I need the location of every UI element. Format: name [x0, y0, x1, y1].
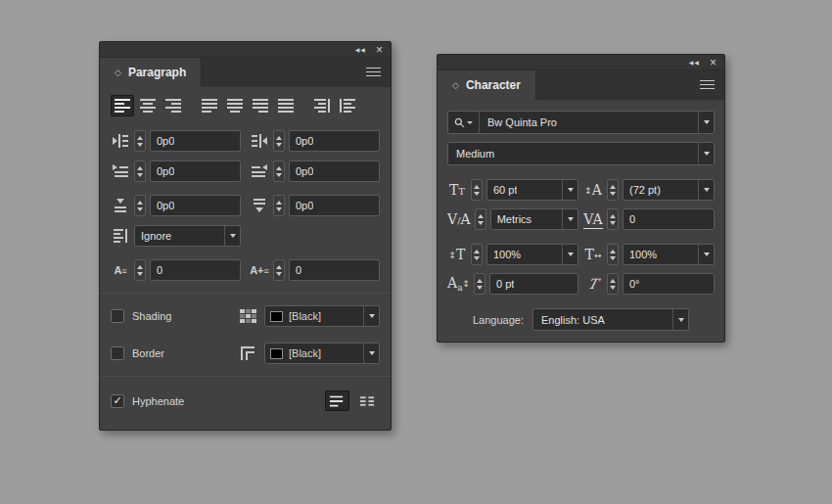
- font-family-dropdown[interactable]: Bw Quinta Pro: [447, 111, 715, 134]
- chevron-down-icon[interactable]: [698, 112, 714, 133]
- space-after-field[interactable]: 0p0: [289, 195, 380, 216]
- align-right-button[interactable]: [162, 95, 185, 116]
- language-dropdown[interactable]: English: USA: [532, 308, 689, 331]
- rtl-paragraph-direction-button[interactable]: [355, 390, 380, 411]
- chevron-down-icon[interactable]: [363, 344, 379, 363]
- paragraph-tab-bar: ◇ Paragraph: [100, 58, 391, 87]
- font-size-stepper[interactable]: [471, 179, 483, 201]
- space-after-stepper[interactable]: [273, 195, 285, 216]
- collapse-panel-icon[interactable]: ◀◀: [689, 59, 700, 66]
- align-left-icon: [115, 99, 130, 113]
- last-line-indent-stepper[interactable]: [273, 160, 285, 182]
- justify-all-button[interactable]: [274, 95, 298, 116]
- justify-last-right-button[interactable]: [249, 95, 272, 116]
- shading-color-dropdown[interactable]: [Black]: [264, 305, 380, 327]
- left-indent-stepper[interactable]: [134, 130, 146, 152]
- first-line-indent-field[interactable]: 0p0: [150, 160, 241, 182]
- align-away-from-spine-icon: [340, 99, 355, 113]
- drop-cap-lines-stepper[interactable]: [134, 259, 146, 281]
- tracking-stepper[interactable]: [607, 208, 619, 230]
- leading-stepper[interactable]: [607, 179, 619, 201]
- close-panel-icon[interactable]: ×: [376, 44, 383, 56]
- shading-color-value: [Black]: [289, 310, 321, 322]
- border-color-dropdown[interactable]: [Black]: [264, 343, 380, 364]
- drop-cap-characters-field[interactable]: 0: [289, 259, 380, 281]
- chevron-down-icon[interactable]: [562, 245, 578, 264]
- right-indent-control: 0p0: [250, 130, 380, 152]
- chevron-down-icon[interactable]: [698, 143, 714, 164]
- drop-cap-row: A≡ 0 A+≡ 0: [111, 259, 380, 281]
- character-panel-body: Bw Quinta Pro Medium TT 60 pt ↕A: [438, 100, 724, 342]
- chevron-down-icon[interactable]: [363, 306, 379, 326]
- lines-icon: [330, 395, 345, 407]
- chevron-down-icon[interactable]: [224, 226, 240, 246]
- drop-cap-lines-field[interactable]: 0: [150, 259, 241, 281]
- horizontal-scale-control: T↔ 100%: [583, 244, 715, 265]
- panel-menu-icon[interactable]: [700, 80, 715, 90]
- chevron-down-icon: [467, 121, 473, 124]
- horizontal-scale-dropdown[interactable]: 100%: [623, 244, 715, 265]
- empty-cell: [250, 225, 380, 247]
- font-size-value: 60 pt: [493, 184, 517, 196]
- close-panel-icon[interactable]: ×: [710, 57, 716, 69]
- baseline-shift-value: 0 pt: [496, 278, 514, 290]
- border-checkbox[interactable]: [111, 346, 124, 360]
- shading-checkbox[interactable]: [111, 309, 124, 323]
- justify-all-icon: [278, 99, 294, 113]
- tab-character[interactable]: ◇ Character: [438, 70, 536, 100]
- panel-menu-icon[interactable]: [366, 68, 381, 77]
- align-away-from-spine-button[interactable]: [336, 95, 359, 116]
- border-corner-icon: [239, 345, 258, 361]
- left-indent-field[interactable]: 0p0: [150, 130, 241, 152]
- space-before-field[interactable]: 0p0: [150, 195, 241, 216]
- first-line-indent-icon: [111, 163, 130, 179]
- first-line-indent-stepper[interactable]: [134, 160, 146, 182]
- last-line-indent-field[interactable]: 0p0: [289, 160, 380, 182]
- font-search-segment[interactable]: [448, 112, 480, 133]
- search-icon: [454, 117, 465, 128]
- align-left-button[interactable]: [111, 95, 134, 116]
- font-style-dropdown[interactable]: Medium: [447, 142, 715, 165]
- left-indent-icon: [111, 133, 130, 149]
- leading-dropdown[interactable]: (72 pt): [623, 179, 715, 201]
- skew-field[interactable]: 0°: [623, 273, 715, 295]
- language-label: Language:: [473, 314, 524, 326]
- chevron-down-icon[interactable]: [562, 209, 578, 229]
- chevron-down-icon[interactable]: [672, 309, 688, 330]
- character-panel-title: Character: [466, 78, 521, 92]
- space-between-same-style-dropdown[interactable]: Ignore: [134, 225, 241, 247]
- align-center-button[interactable]: [136, 95, 160, 116]
- chevron-down-icon[interactable]: [562, 180, 578, 200]
- size-leading-row: TT 60 pt ↕A (72 pt): [447, 179, 715, 201]
- justify-last-center-button[interactable]: [223, 95, 247, 116]
- tab-paragraph[interactable]: ◇ Paragraph: [100, 58, 202, 87]
- chevron-down-icon[interactable]: [698, 180, 714, 200]
- baseline-shift-stepper[interactable]: [474, 273, 485, 295]
- skew-control: T 0°: [583, 273, 715, 295]
- last-line-indent-icon: [250, 163, 269, 179]
- vertical-scale-dropdown[interactable]: 100%: [486, 244, 578, 265]
- justify-last-left-button[interactable]: [198, 95, 221, 116]
- drop-cap-characters-stepper[interactable]: [273, 259, 285, 281]
- ltr-paragraph-direction-button[interactable]: [325, 390, 349, 411]
- chevron-down-icon[interactable]: [698, 245, 714, 264]
- tracking-field[interactable]: 0: [623, 208, 715, 230]
- collapse-panel-icon[interactable]: ◀◀: [355, 46, 366, 53]
- right-indent-field[interactable]: 0p0: [289, 130, 380, 152]
- paragraph-panel: ◀◀ × ◇ Paragraph: [99, 41, 392, 431]
- kerning-dropdown[interactable]: Metrics: [490, 208, 578, 230]
- hyphenate-checkbox[interactable]: ✓: [111, 394, 124, 408]
- columns-icon: [360, 395, 375, 407]
- kerning-stepper[interactable]: [475, 208, 486, 230]
- space-before-stepper[interactable]: [134, 195, 146, 216]
- align-towards-spine-button[interactable]: [310, 95, 334, 116]
- vertical-scale-stepper[interactable]: [471, 244, 483, 265]
- right-indent-stepper[interactable]: [273, 130, 285, 152]
- horizontal-scale-stepper[interactable]: [607, 244, 619, 265]
- space-before-icon: [111, 198, 130, 213]
- left-indent-control: 0p0: [111, 130, 241, 152]
- font-size-dropdown[interactable]: 60 pt: [486, 179, 578, 201]
- baseline-shift-field[interactable]: 0 pt: [489, 273, 578, 295]
- paragraph-panel-title: Paragraph: [128, 66, 186, 79]
- skew-stepper[interactable]: [607, 273, 619, 295]
